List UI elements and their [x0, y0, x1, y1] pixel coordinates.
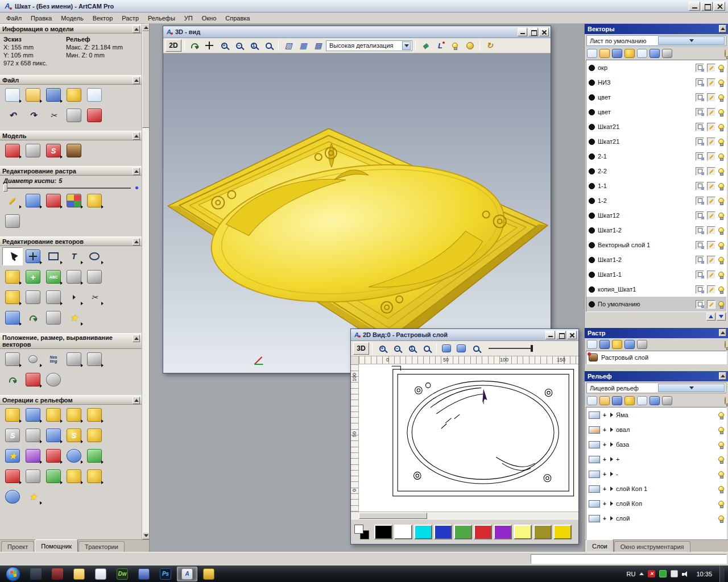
zoom-previous-icon[interactable] [469, 342, 483, 355]
collapse-file-button[interactable] [133, 77, 140, 84]
view2d-horizontal-scrollbar[interactable] [351, 512, 578, 519]
view2d-window[interactable]: A 2D Вид:0 - Растровый слой 3D + − 1 [350, 329, 579, 544]
copy-raster-layer-button[interactable] [624, 340, 635, 349]
move-layer-down-button[interactable] [717, 313, 726, 321]
taskbar-app-artcam[interactable]: A [177, 567, 197, 581]
view3d-maximize-button[interactable] [528, 28, 538, 36]
cut-button[interactable] [43, 106, 64, 124]
vector-layer-row[interactable]: Шкат21 [586, 119, 726, 134]
layer-edit-toggle[interactable] [707, 182, 715, 190]
tab-assistant[interactable]: Помощник [35, 539, 78, 552]
combine-mode-icon[interactable] [603, 515, 607, 522]
save-vector-layer-button[interactable] [612, 49, 622, 58]
vector-layer-row[interactable]: Шкат1-2 [586, 252, 726, 267]
layer-visibility-bulb[interactable] [718, 65, 724, 70]
mesh-relief-button[interactable] [23, 467, 43, 485]
layer-visibility-bulb[interactable] [718, 80, 724, 85]
palette-colour-blue[interactable] [434, 525, 452, 539]
layer-edit-toggle[interactable] [707, 138, 715, 146]
collapse-raster-button[interactable] [719, 329, 726, 336]
relief-visibility-bulb[interactable] [718, 427, 724, 433]
relief-visibility-bulb[interactable] [718, 442, 724, 447]
view3d-canvas[interactable] [163, 53, 551, 373]
open-model-button[interactable] [23, 86, 43, 104]
paste-along-curve-button[interactable] [64, 268, 84, 286]
minimize-button[interactable] [689, 2, 700, 11]
layer-snap-toggle[interactable] [696, 271, 704, 279]
relief-visibility-bulb[interactable] [718, 501, 724, 506]
clock[interactable]: 10:35 [696, 571, 712, 577]
expand-icon[interactable] [610, 457, 613, 462]
palette-colour-red[interactable] [474, 525, 492, 539]
node-edit-button[interactable] [43, 309, 64, 327]
save-relief-layer-button[interactable] [612, 396, 622, 405]
layer-visibility-bulb[interactable] [718, 109, 724, 115]
view2d-maximize-button[interactable] [556, 331, 566, 339]
language-indicator[interactable]: RU [627, 571, 636, 577]
vector-layer-row[interactable]: 1-1 [586, 178, 726, 193]
layer-snap-toggle[interactable] [696, 64, 704, 72]
model-wizard-button[interactable] [64, 86, 84, 104]
vector-layer-row[interactable]: 2-1 [586, 149, 726, 164]
zoom-out-icon[interactable]: − [232, 39, 246, 52]
layer-visibility-bulb[interactable] [718, 168, 724, 174]
toggle-raster-visibility[interactable] [725, 341, 726, 348]
raster-layer-row[interactable]: Растровый слой [586, 351, 727, 364]
offset-vector-button[interactable] [23, 288, 43, 306]
circular-array-button[interactable] [23, 350, 43, 368]
select-vectors-button[interactable] [2, 247, 23, 265]
flood-fill-button[interactable] [43, 192, 64, 210]
merge-vector-layers-button[interactable] [624, 49, 635, 58]
slider-knob[interactable] [3, 184, 7, 192]
tab-toolbox-window[interactable]: Окно инструментария [614, 541, 690, 552]
add-relief-button[interactable] [64, 406, 84, 424]
delete-raster-layer-button[interactable] [637, 340, 647, 349]
export-model-button[interactable] [84, 86, 105, 104]
texture-nuts-button[interactable] [84, 406, 105, 424]
vector-layer-row[interactable]: копия_Шкат1 [586, 282, 726, 297]
tab-layers[interactable]: Слои [586, 539, 614, 552]
combine-mode-icon[interactable] [603, 411, 607, 418]
zoom-100-icon[interactable]: 1 [247, 39, 260, 52]
front-view-icon[interactable]: ▦ [296, 39, 310, 52]
join-vectors-button[interactable] [64, 288, 84, 306]
brush-flyout-icon[interactable] [135, 186, 138, 189]
layer-snap-toggle[interactable] [696, 78, 704, 87]
create-arc-button[interactable] [23, 309, 43, 327]
layer-visibility-bulb[interactable] [718, 272, 724, 277]
vector-layer-row[interactable]: Шкат1-2 [586, 223, 726, 238]
detail-level-combo[interactable]: Высокая детализация [326, 40, 412, 51]
view2d-titlebar[interactable]: A 2D Вид:0 - Растровый слой [351, 329, 578, 341]
save-raster-layer-button[interactable] [599, 340, 610, 349]
assistant-scrollbar[interactable] [142, 24, 149, 539]
menu-reliefs[interactable]: Рельефы [143, 14, 180, 23]
layer-edit-toggle[interactable] [707, 300, 715, 309]
expand-icon[interactable] [610, 501, 613, 506]
brush-diameter-slider[interactable] [3, 188, 131, 189]
zoom-in-2d-icon[interactable]: + [375, 342, 389, 355]
layer-edit-toggle[interactable] [707, 167, 715, 176]
relief-layer-row[interactable]: овал [586, 422, 726, 437]
layer-edit-toggle[interactable] [707, 256, 715, 264]
zero-plane-button[interactable] [23, 406, 43, 424]
open-vector-layer-button[interactable] [599, 49, 610, 58]
collapse-relief-button[interactable] [719, 372, 726, 380]
menu-raster[interactable]: Растр [117, 14, 143, 23]
copy-vector-layer-button[interactable] [637, 49, 647, 58]
vector-layer-row[interactable]: Шкат21 [586, 134, 726, 149]
relief-layer-row[interactable]: слой Коп [586, 496, 726, 511]
palette-colour-purple[interactable] [494, 525, 512, 539]
weave-wizard-button[interactable] [23, 426, 43, 444]
expand-icon[interactable] [610, 442, 613, 447]
view2d-close-button[interactable] [567, 331, 577, 339]
toggle-relief-visibility[interactable] [725, 397, 726, 404]
layer-visibility-bulb[interactable] [718, 227, 724, 233]
lighting-icon[interactable] [448, 39, 462, 52]
layer-edit-toggle[interactable] [707, 152, 715, 161]
draw-tool-button[interactable] [2, 192, 23, 210]
switch-to-2d-button[interactable]: 2D [166, 39, 181, 52]
layer-snap-toggle[interactable] [696, 256, 704, 264]
taskbar-app-save[interactable] [134, 567, 154, 581]
layer-snap-toggle[interactable] [696, 211, 704, 220]
vector-layer-row[interactable]: цвет [586, 90, 726, 105]
